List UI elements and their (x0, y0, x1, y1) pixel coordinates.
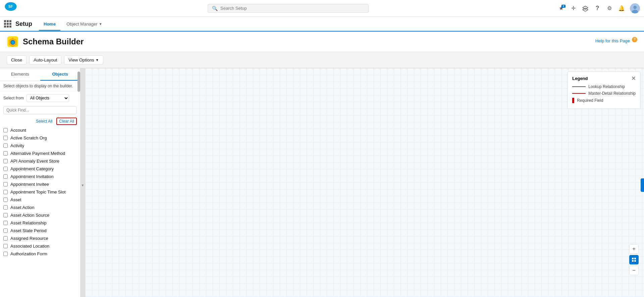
object-checkbox[interactable] (3, 143, 8, 148)
page-title: Schema Builder (23, 37, 84, 46)
tab-objects[interactable]: Objects (40, 68, 80, 81)
app-name: Setup (15, 20, 32, 28)
avatar[interactable] (630, 3, 640, 13)
svg-rect-11 (632, 258, 634, 259)
legend-close-icon[interactable]: ✕ (631, 75, 636, 82)
object-checkbox[interactable] (3, 221, 8, 225)
canvas-area[interactable]: Legend ✕ Lookup Relationship Master-Deta… (85, 68, 644, 297)
zoom-center-button[interactable] (629, 255, 639, 264)
list-item[interactable]: Activity (0, 142, 80, 150)
select-from-dropdown[interactable]: All Objects Selected Objects Custom Obje… (26, 94, 69, 102)
clear-all-button[interactable]: Clear All (56, 118, 77, 125)
object-checkbox[interactable] (3, 244, 8, 248)
close-button[interactable]: Close (7, 55, 26, 65)
object-checkbox[interactable] (3, 159, 8, 163)
tab-elements[interactable]: Elements (0, 68, 40, 81)
help-icon: ? (632, 37, 637, 42)
legend-panel: Legend ✕ Lookup Relationship Master-Deta… (567, 72, 641, 109)
layers-icon[interactable] (582, 5, 589, 12)
svg-rect-14 (634, 260, 636, 262)
right-panel-handle[interactable] (641, 178, 644, 192)
app-launcher-icon[interactable] (4, 20, 11, 28)
list-item[interactable]: Asset Action (0, 204, 80, 211)
top-navigation: SF 🔍 ★ ▼ ✛ ? ⚙ 🔔 (0, 0, 644, 17)
object-checkbox[interactable] (3, 151, 8, 156)
sidebar: Elements Objects Select objects to displ… (0, 68, 80, 297)
zoom-in-button[interactable]: + (629, 244, 639, 254)
list-item[interactable]: Appointment Category (0, 165, 80, 173)
object-checkbox[interactable] (3, 205, 8, 210)
tab-home[interactable]: Home (39, 18, 60, 31)
page-header: Schema Builder Help for this Page ? (0, 32, 644, 52)
quick-find-input[interactable] (3, 106, 77, 114)
add-icon[interactable]: ✛ (570, 5, 577, 12)
bell-icon[interactable]: 🔔 (618, 5, 625, 12)
list-item[interactable]: Associated Location (0, 242, 80, 250)
list-item[interactable]: Asset Relationship (0, 219, 80, 227)
gear-icon[interactable]: ⚙ (606, 5, 613, 12)
object-checkbox[interactable] (3, 213, 8, 217)
svg-point-5 (633, 6, 637, 9)
search-input[interactable] (220, 6, 364, 11)
search-bar: 🔍 (208, 4, 369, 13)
svg-point-10 (11, 41, 14, 44)
object-list: Account Active Scratch Org Activity Alte… (0, 126, 80, 297)
list-item[interactable]: Assigned Resource (0, 235, 80, 242)
object-checkbox[interactable] (3, 252, 8, 256)
list-item[interactable]: Appointment Invitee (0, 180, 80, 188)
lookup-line-icon (572, 86, 586, 87)
list-item[interactable]: API Anomaly Event Store (0, 157, 80, 165)
zoom-controls: + − (629, 244, 639, 275)
list-item[interactable]: Asset (0, 196, 80, 204)
list-item[interactable]: Authorization Form (0, 250, 80, 258)
object-checkbox[interactable] (3, 136, 8, 140)
svg-marker-2 (583, 6, 588, 9)
tab-object-manager[interactable]: Object Manager ▼ (62, 18, 107, 31)
view-options-button[interactable]: View Options ▼ (64, 55, 103, 65)
legend-item-lookup: Lookup Relationship (572, 84, 636, 89)
object-checkbox[interactable] (3, 236, 8, 241)
list-item[interactable]: Active Scratch Org (0, 134, 80, 142)
object-checkbox[interactable] (3, 182, 8, 186)
auto-layout-button[interactable]: Auto-Layout (29, 55, 61, 65)
list-item[interactable]: Asset State Period (0, 227, 80, 235)
chevron-down-icon: ▼ (96, 58, 99, 62)
legend-item-required: Required Field (572, 98, 636, 103)
svg-rect-13 (632, 260, 634, 262)
help-link[interactable]: Help for this Page (595, 38, 630, 43)
object-checkbox[interactable] (3, 198, 8, 202)
second-navigation: Setup Home Object Manager ▼ (0, 17, 644, 32)
page-header-left: Schema Builder (7, 36, 84, 52)
zoom-out-button[interactable]: − (629, 266, 639, 275)
svg-rect-12 (634, 258, 636, 259)
select-from-label: Select from (3, 96, 24, 100)
salesforce-logo[interactable]: SF (4, 2, 17, 15)
main-area: Elements Objects Select objects to displ… (0, 68, 644, 297)
object-checkbox[interactable] (3, 128, 8, 132)
list-item[interactable]: Appointment Invitation (0, 173, 80, 180)
select-from-row: Select from All Objects Selected Objects… (0, 91, 80, 105)
quick-find-row (0, 105, 80, 116)
object-checkbox[interactable] (3, 228, 8, 233)
sidebar-collapse-handle[interactable]: ▼ (80, 68, 85, 297)
schema-builder-icon (7, 36, 19, 48)
search-bar-wrapper: 🔍 (23, 4, 553, 13)
search-icon: 🔍 (212, 6, 218, 11)
select-all-button[interactable]: Select All (35, 118, 54, 124)
list-item[interactable]: Account (0, 126, 80, 134)
question-icon[interactable]: ? (594, 5, 601, 12)
star-icon[interactable]: ★ ▼ (557, 5, 565, 12)
select-clear-row: Select All Clear All (0, 116, 80, 126)
master-detail-line-icon (572, 93, 586, 94)
sidebar-tabs: Elements Objects (0, 68, 80, 81)
list-item[interactable]: Asset Action Source (0, 211, 80, 219)
legend-item-master-detail: Master-Detail Relationship (572, 91, 636, 96)
chevron-down-icon: ▼ (99, 22, 102, 26)
object-checkbox[interactable] (3, 167, 8, 171)
sidebar-scrollbar[interactable] (77, 72, 80, 92)
legend-header: Legend ✕ (572, 75, 636, 82)
object-checkbox[interactable] (3, 174, 8, 179)
list-item[interactable]: Appointment Topic Time Slot (0, 188, 80, 196)
object-checkbox[interactable] (3, 190, 8, 194)
list-item[interactable]: Alternative Payment Method (0, 150, 80, 157)
